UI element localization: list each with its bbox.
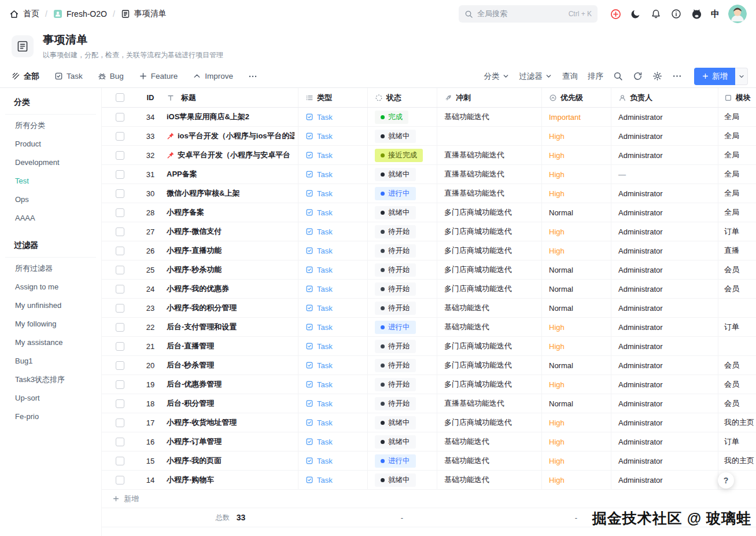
table-row[interactable]: 28 小程序备案 Task 就绪中 多门店商城功能迭代 Normal Admin… xyxy=(102,203,756,222)
category-item-5[interactable]: AAAA xyxy=(0,209,101,227)
row-title[interactable]: 后台-支付管理和设置 xyxy=(167,322,237,332)
home-icon[interactable] xyxy=(9,9,19,19)
col-status[interactable]: 状态 xyxy=(367,88,437,107)
filter-item-2[interactable]: My unfinished xyxy=(0,296,101,315)
filter-item-6[interactable]: Task3状态排序 xyxy=(0,370,101,389)
breadcrumb-home[interactable]: 首页 xyxy=(23,9,39,19)
table-row[interactable]: 27 小程序-微信支付 Task 待开始 多门店商城功能迭代 High Admi… xyxy=(102,222,756,241)
table-row[interactable]: 26 小程序-直播功能 Task 待开始 多门店商城功能迭代 High Admi… xyxy=(102,241,756,260)
col-sprint[interactable]: 冲刺 xyxy=(437,88,541,107)
table-row[interactable]: 18 后台-积分管理 Task 待开始 直播基础功能迭代 Normal Admi… xyxy=(102,394,756,413)
row-title[interactable]: ios平台开发（小程序与ios平台的适 xyxy=(178,131,294,141)
row-checkbox[interactable] xyxy=(116,113,124,122)
quick-add-icon[interactable] xyxy=(610,8,621,20)
table-row[interactable]: 14 小程序-购物车 Task 就绪中 基础功能迭代 High Administ… xyxy=(102,471,756,490)
row-checkbox[interactable] xyxy=(116,304,124,313)
notifications-bell-icon[interactable] xyxy=(650,8,662,20)
table-row[interactable]: 22 后台-支付管理和设置 Task 进行中 基础功能迭代 High Admin… xyxy=(102,318,756,337)
col-id[interactable]: ID xyxy=(138,88,163,107)
filter-item-3[interactable]: My following xyxy=(0,315,101,333)
sort-button[interactable]: 排序 xyxy=(588,71,603,82)
table-row[interactable]: 20 后台-秒杀管理 Task 待开始 多门店商城功能迭代 Normal Adm… xyxy=(102,356,756,375)
row-title[interactable]: 微信小程序审核&上架 xyxy=(167,188,239,199)
row-checkbox[interactable] xyxy=(116,361,124,370)
table-row[interactable]: 32 安卓平台开发（小程序与安卓平台 Task 接近完成 直播基础功能迭代 Hi… xyxy=(102,146,756,165)
tab-improve[interactable]: Improve xyxy=(193,65,233,88)
row-title[interactable]: 小程序-收货地址管理 xyxy=(167,417,237,428)
row-checkbox[interactable] xyxy=(116,323,124,332)
row-checkbox[interactable] xyxy=(116,189,124,198)
breadcrumb-project[interactable]: Fresh-O2O xyxy=(67,9,107,19)
row-checkbox[interactable] xyxy=(116,457,124,465)
select-all-checkbox[interactable] xyxy=(116,93,124,102)
row-checkbox[interactable] xyxy=(116,266,124,274)
category-item-3[interactable]: Test xyxy=(0,172,101,190)
avatar[interactable] xyxy=(728,5,747,23)
row-title[interactable]: 安卓平台开发（小程序与安卓平台 xyxy=(178,150,290,160)
filter-item-8[interactable]: Fe-prio xyxy=(0,407,101,426)
row-title[interactable]: 小程序-我的优惠券 xyxy=(167,284,229,294)
table-row[interactable]: 30 微信小程序审核&上架 Task 进行中 直播基础功能迭代 High Adm… xyxy=(102,184,756,203)
filter-item-0[interactable]: 所有过滤器 xyxy=(0,259,101,278)
add-row-button[interactable]: 新增 xyxy=(102,490,756,508)
tabs-more-icon[interactable] xyxy=(248,72,257,81)
tab-feature[interactable]: Feature xyxy=(139,65,178,88)
col-type[interactable]: 类型 xyxy=(298,88,367,107)
row-title[interactable]: 后台-优惠券管理 xyxy=(167,379,222,390)
row-title[interactable]: 后台-积分管理 xyxy=(167,398,214,409)
row-title[interactable]: 小程序-购物车 xyxy=(167,475,214,485)
table-row[interactable]: 16 小程序-订单管理 Task 就绪中 基础功能迭代 High Adminis… xyxy=(102,432,756,451)
category-item-0[interactable]: 所有分类 xyxy=(0,116,101,135)
row-checkbox[interactable] xyxy=(116,342,124,351)
filter-item-4[interactable]: My assistance xyxy=(0,333,101,352)
row-title[interactable]: APP备案 xyxy=(167,169,197,179)
table-row[interactable]: 24 小程序-我的优惠券 Task 待开始 多门店商城功能迭代 Normal A… xyxy=(102,280,756,299)
add-button[interactable]: 新增 xyxy=(694,68,735,85)
table-row[interactable]: 23 小程序-我的积分管理 Task 待开始 基础功能迭代 Normal Adm… xyxy=(102,299,756,318)
category-dropdown[interactable]: 分类 xyxy=(484,71,510,82)
table-row[interactable]: 25 小程序-秒杀功能 Task 待开始 多门店商城功能迭代 Normal Ad… xyxy=(102,260,756,280)
col-module[interactable]: 模块 xyxy=(718,88,756,107)
row-checkbox[interactable] xyxy=(116,399,124,408)
table-search-icon[interactable] xyxy=(613,71,623,81)
row-title[interactable]: 小程序-我的积分管理 xyxy=(167,303,237,313)
category-item-1[interactable]: Product xyxy=(0,135,101,153)
row-title[interactable]: iOS苹果应用商店&上架2 xyxy=(167,112,249,122)
category-item-4[interactable]: Ops xyxy=(0,190,101,209)
row-checkbox[interactable] xyxy=(116,151,124,160)
table-row[interactable]: 34 iOS苹果应用商店&上架2 Task 完成 基础功能迭代 Importan… xyxy=(102,108,756,127)
row-checkbox[interactable] xyxy=(116,418,124,427)
row-title[interactable]: 小程序备案 xyxy=(167,207,204,218)
row-title[interactable]: 小程序-我的页面 xyxy=(167,456,222,466)
settings-gear-icon[interactable] xyxy=(652,71,662,81)
row-title[interactable]: 小程序-直播功能 xyxy=(167,245,222,256)
row-title[interactable]: 小程序-微信支付 xyxy=(167,226,222,237)
tab-task[interactable]: Task xyxy=(54,65,83,88)
filter-dropdown[interactable]: 过滤器 xyxy=(519,71,553,82)
category-item-2[interactable]: Development xyxy=(0,153,101,172)
filter-item-5[interactable]: Bug1 xyxy=(0,352,101,370)
table-row[interactable]: 17 小程序-收货地址管理 Task 就绪中 多门店商城功能迭代 High Ad… xyxy=(102,413,756,432)
tab-bug[interactable]: Bug xyxy=(98,65,124,88)
theme-moon-icon[interactable] xyxy=(630,8,641,20)
row-title[interactable]: 小程序-秒杀功能 xyxy=(167,265,222,275)
row-checkbox[interactable] xyxy=(116,208,124,217)
info-icon[interactable] xyxy=(670,8,682,20)
table-row[interactable]: 15 小程序-我的页面 Task 进行中 基础功能迭代 High Adminis… xyxy=(102,451,756,471)
table-row[interactable]: 19 后台-优惠券管理 Task 待开始 多门店商城功能迭代 High Admi… xyxy=(102,375,756,394)
tab-all[interactable]: 全部 xyxy=(12,65,39,88)
global-search-input[interactable]: 全局搜索 Ctrl + K xyxy=(459,5,598,23)
row-checkbox[interactable] xyxy=(116,227,124,236)
github-icon[interactable] xyxy=(691,8,702,20)
table-row[interactable]: 33 ios平台开发（小程序与ios平台的适 Task 就绪中 High Adm… xyxy=(102,127,756,146)
add-dropdown-button[interactable] xyxy=(735,68,748,85)
language-toggle[interactable]: 中 xyxy=(711,9,720,20)
row-checkbox[interactable] xyxy=(116,247,124,255)
row-checkbox[interactable] xyxy=(116,170,124,179)
col-title[interactable]: 标题 xyxy=(163,88,298,107)
help-fab-button[interactable]: ? xyxy=(718,472,734,489)
row-title[interactable]: 后台-秒杀管理 xyxy=(167,360,214,370)
more-icon[interactable] xyxy=(672,71,682,81)
query-button[interactable]: 查询 xyxy=(562,71,578,82)
row-checkbox[interactable] xyxy=(116,438,124,446)
